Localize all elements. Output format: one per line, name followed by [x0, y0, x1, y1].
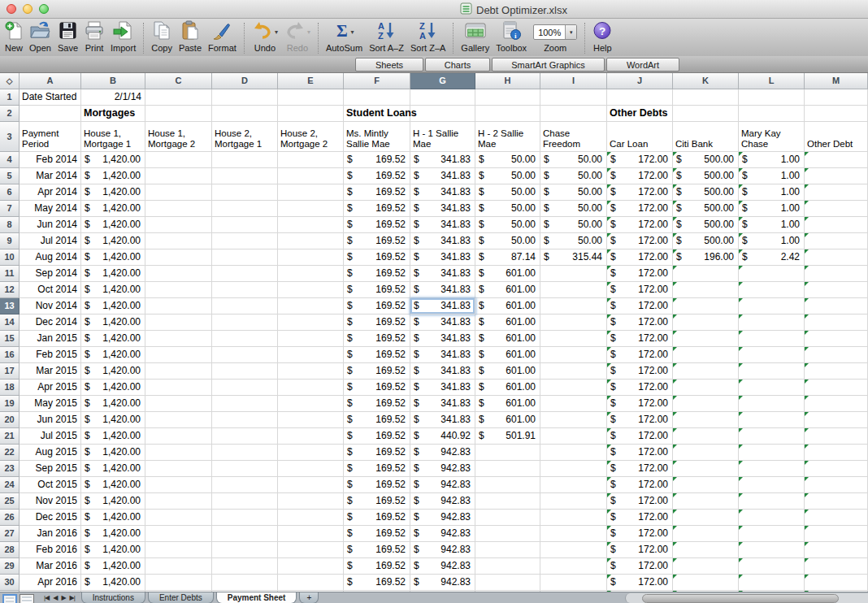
cell-B5[interactable]: $1,420.00 — [81, 168, 145, 184]
cell-L22[interactable] — [739, 445, 805, 461]
cell-I17[interactable] — [540, 363, 607, 380]
cell-G2[interactable] — [410, 106, 475, 122]
cell-G3[interactable]: H - 1 Sallie Mae — [410, 122, 475, 152]
cell-E6[interactable] — [278, 184, 344, 201]
cell-B29[interactable]: $1,420.00 — [81, 558, 145, 575]
cell-D30[interactable] — [212, 575, 278, 591]
cell-G1[interactable] — [410, 89, 475, 106]
cell-J11[interactable]: $172.00 — [607, 266, 673, 282]
cell-C5[interactable] — [145, 168, 212, 184]
cell-C3[interactable]: House 1, Mortgage 2 — [145, 122, 212, 152]
gallery-tab-sheets[interactable]: Sheets — [355, 58, 423, 72]
cell-M3[interactable]: Other Debt — [805, 122, 868, 152]
last-sheet-button[interactable]: ▶| — [70, 594, 75, 601]
cell-H13[interactable]: $601.00 — [475, 298, 540, 315]
cell-C25[interactable] — [145, 493, 212, 510]
cell-C27[interactable] — [145, 526, 212, 542]
cell-L21[interactable] — [739, 428, 805, 445]
save-button[interactable]: Save — [54, 20, 81, 54]
cell-F5[interactable]: $169.52 — [344, 168, 410, 184]
cell-I5[interactable]: $50.00 — [540, 168, 607, 184]
cell-A27[interactable]: Jan 2016 — [20, 526, 81, 542]
horizontal-scrollbar-track[interactable] — [625, 593, 868, 603]
cell-I16[interactable] — [540, 347, 607, 363]
row-header-25[interactable]: 25 — [0, 493, 20, 510]
cell-H24[interactable] — [475, 477, 540, 493]
row-header-22[interactable]: 22 — [0, 445, 20, 461]
cell-I9[interactable]: $50.00 — [540, 233, 607, 249]
cell-I25[interactable] — [540, 493, 607, 510]
cell-J6[interactable]: $172.00 — [607, 184, 673, 201]
cell-D19[interactable] — [212, 396, 278, 412]
cell-A22[interactable]: Aug 2015 — [20, 445, 81, 461]
row-header-23[interactable]: 23 — [0, 461, 20, 477]
cell-M8[interactable] — [805, 217, 868, 233]
normal-view-button[interactable] — [2, 594, 17, 603]
cell-D17[interactable] — [212, 363, 278, 380]
cell-J26[interactable]: $172.00 — [607, 510, 673, 526]
cell-E9[interactable] — [278, 233, 344, 249]
cell-H16[interactable]: $601.00 — [475, 347, 540, 363]
cell-K10[interactable]: $196.00 — [673, 249, 739, 266]
cell-E5[interactable] — [278, 168, 344, 184]
cell-B21[interactable]: $1,420.00 — [81, 428, 145, 445]
cell-J25[interactable]: $172.00 — [607, 493, 673, 510]
cell-C18[interactable] — [145, 380, 212, 396]
cell-J5[interactable]: $172.00 — [607, 168, 673, 184]
cell-F25[interactable]: $169.52 — [344, 493, 410, 510]
column-header-B[interactable]: B — [81, 73, 145, 89]
cell-C12[interactable] — [145, 282, 212, 298]
cell-M10[interactable] — [805, 249, 868, 266]
cell-I4[interactable]: $50.00 — [540, 152, 607, 168]
cell-F28[interactable]: $169.52 — [344, 542, 410, 558]
row-header-28[interactable]: 28 — [0, 542, 20, 558]
cell-C4[interactable] — [145, 152, 212, 168]
cell-H2[interactable] — [475, 106, 540, 122]
row-header-19[interactable]: 19 — [0, 396, 20, 412]
cell-A4[interactable]: Feb 2014 — [20, 152, 81, 168]
row-header-29[interactable]: 29 — [0, 558, 20, 575]
cell-M29[interactable] — [805, 558, 868, 575]
cell-D1[interactable] — [212, 89, 278, 106]
cell-K26[interactable] — [673, 510, 739, 526]
cell-L24[interactable] — [739, 477, 805, 493]
cell-J7[interactable]: $172.00 — [607, 201, 673, 217]
cell-G11[interactable]: $341.83 — [410, 266, 475, 282]
cell-M12[interactable] — [805, 282, 868, 298]
import-button[interactable]: Import — [107, 20, 139, 54]
cell-K20[interactable] — [673, 412, 739, 428]
cell-A21[interactable]: Jul 2015 — [20, 428, 81, 445]
cell-A25[interactable]: Nov 2015 — [20, 493, 81, 510]
column-header-M[interactable]: M — [805, 73, 868, 89]
cell-G22[interactable]: $942.83 — [410, 445, 475, 461]
cell-D4[interactable] — [212, 152, 278, 168]
cell-L16[interactable] — [739, 347, 805, 363]
cell-K9[interactable]: $500.00 — [673, 233, 739, 249]
cell-K25[interactable] — [673, 493, 739, 510]
cell-G17[interactable]: $341.83 — [410, 363, 475, 380]
horizontal-scrollbar-thumb[interactable] — [642, 594, 839, 603]
cell-F8[interactable]: $169.52 — [344, 217, 410, 233]
cell-D13[interactable] — [212, 298, 278, 315]
cell-D7[interactable] — [212, 201, 278, 217]
cell-M28[interactable] — [805, 542, 868, 558]
chevron-down-icon[interactable]: ▾ — [275, 28, 278, 36]
cell-K30[interactable] — [673, 575, 739, 591]
cell-M5[interactable] — [805, 168, 868, 184]
cell-A7[interactable]: May 2014 — [20, 201, 81, 217]
cell-H22[interactable] — [475, 445, 540, 461]
cell-F12[interactable]: $169.52 — [344, 282, 410, 298]
cell-B28[interactable]: $1,420.00 — [81, 542, 145, 558]
cell-G27[interactable]: $942.83 — [410, 526, 475, 542]
cell-K2[interactable] — [673, 106, 739, 122]
cell-E22[interactable] — [278, 445, 344, 461]
cell-G10[interactable]: $341.83 — [410, 249, 475, 266]
cell-L30[interactable] — [739, 575, 805, 591]
cell-H25[interactable] — [475, 493, 540, 510]
row-header-15[interactable]: 15 — [0, 331, 20, 347]
cell-K8[interactable]: $500.00 — [673, 217, 739, 233]
cell-I10[interactable]: $315.44 — [540, 249, 607, 266]
cell-B15[interactable]: $1,420.00 — [81, 331, 145, 347]
cell-F16[interactable]: $169.52 — [344, 347, 410, 363]
cell-B13[interactable]: $1,420.00 — [81, 298, 145, 315]
